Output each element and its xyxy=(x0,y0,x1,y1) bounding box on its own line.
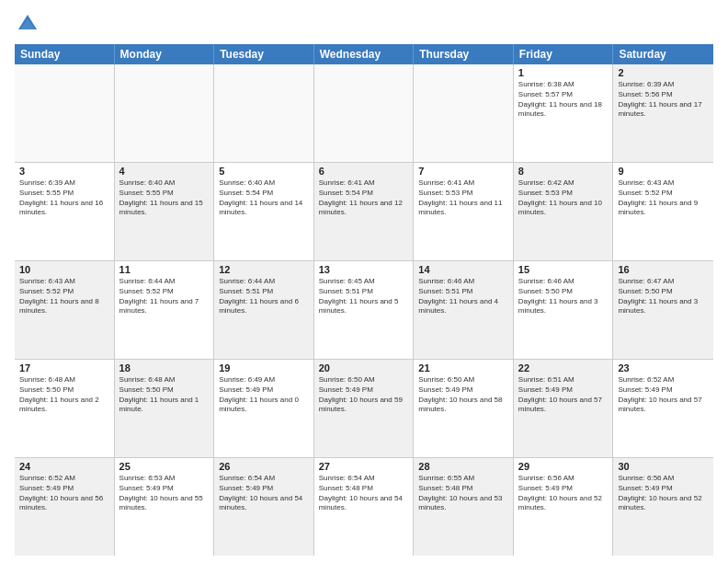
day-info: Sunrise: 6:46 AM Sunset: 5:51 PM Dayligh… xyxy=(418,277,508,316)
day-info: Sunrise: 6:41 AM Sunset: 5:53 PM Dayligh… xyxy=(418,178,508,218)
day-number: 9 xyxy=(618,166,709,177)
calendar-cell: 1Sunrise: 6:38 AM Sunset: 5:57 PM Daylig… xyxy=(514,64,614,162)
day-info: Sunrise: 6:48 AM Sunset: 5:50 PM Dayligh… xyxy=(119,375,210,415)
day-info: Sunrise: 6:47 AM Sunset: 5:50 PM Dayligh… xyxy=(618,277,709,316)
day-info: Sunrise: 6:39 AM Sunset: 5:56 PM Dayligh… xyxy=(618,80,709,120)
calendar-header-cell: Monday xyxy=(115,44,215,64)
calendar-cell: 23Sunrise: 6:52 AM Sunset: 5:49 PM Dayli… xyxy=(613,360,713,457)
day-number: 28 xyxy=(418,461,508,472)
calendar-cell: 8Sunrise: 6:42 AM Sunset: 5:53 PM Daylig… xyxy=(514,163,614,260)
calendar-cell: 16Sunrise: 6:47 AM Sunset: 5:50 PM Dayli… xyxy=(613,261,713,359)
day-number: 13 xyxy=(319,264,409,275)
day-number: 30 xyxy=(618,461,709,472)
calendar-cell: 2Sunrise: 6:39 AM Sunset: 5:56 PM Daylig… xyxy=(613,64,713,162)
day-number: 20 xyxy=(319,362,409,373)
day-number: 15 xyxy=(518,264,609,275)
day-number: 3 xyxy=(19,166,109,177)
day-info: Sunrise: 6:44 AM Sunset: 5:52 PM Dayligh… xyxy=(119,277,210,316)
day-info: Sunrise: 6:43 AM Sunset: 5:52 PM Dayligh… xyxy=(618,178,709,218)
day-info: Sunrise: 6:38 AM Sunset: 5:57 PM Dayligh… xyxy=(518,80,609,120)
day-info: Sunrise: 6:51 AM Sunset: 5:49 PM Dayligh… xyxy=(518,375,609,415)
calendar-cell: 9Sunrise: 6:43 AM Sunset: 5:52 PM Daylig… xyxy=(613,163,713,260)
calendar-cell: 14Sunrise: 6:46 AM Sunset: 5:51 PM Dayli… xyxy=(414,261,514,359)
calendar-cell: 30Sunrise: 6:56 AM Sunset: 5:49 PM Dayli… xyxy=(613,458,713,556)
day-number: 16 xyxy=(618,264,709,275)
day-number: 24 xyxy=(19,461,109,472)
day-number: 6 xyxy=(319,166,409,177)
day-info: Sunrise: 6:45 AM Sunset: 5:51 PM Dayligh… xyxy=(319,277,409,316)
calendar-cell xyxy=(115,64,215,162)
day-info: Sunrise: 6:53 AM Sunset: 5:49 PM Dayligh… xyxy=(119,474,210,513)
day-info: Sunrise: 6:40 AM Sunset: 5:54 PM Dayligh… xyxy=(219,178,309,218)
calendar-row: 3Sunrise: 6:39 AM Sunset: 5:55 PM Daylig… xyxy=(15,163,713,261)
day-info: Sunrise: 6:54 AM Sunset: 5:49 PM Dayligh… xyxy=(219,474,309,513)
calendar-cell: 27Sunrise: 6:54 AM Sunset: 5:48 PM Dayli… xyxy=(314,458,415,556)
day-info: Sunrise: 6:49 AM Sunset: 5:49 PM Dayligh… xyxy=(219,375,309,415)
day-number: 10 xyxy=(19,264,109,275)
day-info: Sunrise: 6:55 AM Sunset: 5:48 PM Dayligh… xyxy=(418,474,508,513)
calendar-cell xyxy=(314,64,415,162)
day-number: 14 xyxy=(418,264,508,275)
day-number: 2 xyxy=(618,67,709,78)
calendar-cell: 10Sunrise: 6:43 AM Sunset: 5:52 PM Dayli… xyxy=(15,261,115,359)
day-info: Sunrise: 6:48 AM Sunset: 5:50 PM Dayligh… xyxy=(19,375,109,415)
calendar-cell: 5Sunrise: 6:40 AM Sunset: 5:54 PM Daylig… xyxy=(214,163,314,260)
calendar-cell: 28Sunrise: 6:55 AM Sunset: 5:48 PM Dayli… xyxy=(414,458,514,556)
day-info: Sunrise: 6:52 AM Sunset: 5:49 PM Dayligh… xyxy=(19,474,109,513)
day-info: Sunrise: 6:42 AM Sunset: 5:53 PM Dayligh… xyxy=(518,178,609,218)
calendar-row: 24Sunrise: 6:52 AM Sunset: 5:49 PM Dayli… xyxy=(15,458,713,556)
day-info: Sunrise: 6:52 AM Sunset: 5:49 PM Dayligh… xyxy=(618,375,709,415)
calendar-cell: 24Sunrise: 6:52 AM Sunset: 5:49 PM Dayli… xyxy=(15,458,115,556)
day-info: Sunrise: 6:50 AM Sunset: 5:49 PM Dayligh… xyxy=(319,375,409,415)
day-number: 5 xyxy=(219,166,309,177)
day-info: Sunrise: 6:41 AM Sunset: 5:54 PM Dayligh… xyxy=(319,178,409,218)
calendar-cell: 7Sunrise: 6:41 AM Sunset: 5:53 PM Daylig… xyxy=(414,163,514,260)
calendar-header-cell: Wednesday xyxy=(314,44,415,64)
calendar-cell: 6Sunrise: 6:41 AM Sunset: 5:54 PM Daylig… xyxy=(314,163,415,260)
day-info: Sunrise: 6:46 AM Sunset: 5:50 PM Dayligh… xyxy=(518,277,609,316)
day-info: Sunrise: 6:50 AM Sunset: 5:49 PM Dayligh… xyxy=(418,375,508,415)
calendar-cell xyxy=(15,64,115,162)
page: SundayMondayTuesdayWednesdayThursdayFrid… xyxy=(0,0,728,563)
calendar-header-cell: Tuesday xyxy=(214,44,314,64)
calendar-header-cell: Saturday xyxy=(613,44,713,64)
day-info: Sunrise: 6:40 AM Sunset: 5:55 PM Dayligh… xyxy=(119,178,210,218)
day-info: Sunrise: 6:56 AM Sunset: 5:49 PM Dayligh… xyxy=(518,474,609,513)
day-number: 25 xyxy=(119,461,210,472)
logo-icon xyxy=(15,11,40,37)
calendar-cell: 29Sunrise: 6:56 AM Sunset: 5:49 PM Dayli… xyxy=(514,458,614,556)
day-number: 22 xyxy=(518,362,609,373)
calendar-cell: 13Sunrise: 6:45 AM Sunset: 5:51 PM Dayli… xyxy=(314,261,415,359)
logo xyxy=(15,11,44,37)
header xyxy=(15,11,713,37)
day-number: 7 xyxy=(418,166,508,177)
calendar-cell: 3Sunrise: 6:39 AM Sunset: 5:55 PM Daylig… xyxy=(15,163,115,260)
calendar: SundayMondayTuesdayWednesdayThursdayFrid… xyxy=(15,44,713,556)
day-number: 17 xyxy=(19,362,109,373)
day-number: 4 xyxy=(119,166,210,177)
calendar-header-cell: Sunday xyxy=(15,44,115,64)
calendar-header-cell: Thursday xyxy=(414,44,514,64)
day-number: 1 xyxy=(518,67,609,78)
day-info: Sunrise: 6:54 AM Sunset: 5:48 PM Dayligh… xyxy=(319,474,409,513)
calendar-cell: 17Sunrise: 6:48 AM Sunset: 5:50 PM Dayli… xyxy=(15,360,115,457)
day-info: Sunrise: 6:39 AM Sunset: 5:55 PM Dayligh… xyxy=(19,178,109,218)
calendar-cell: 11Sunrise: 6:44 AM Sunset: 5:52 PM Dayli… xyxy=(115,261,215,359)
day-number: 29 xyxy=(518,461,609,472)
day-info: Sunrise: 6:43 AM Sunset: 5:52 PM Dayligh… xyxy=(19,277,109,316)
calendar-cell: 21Sunrise: 6:50 AM Sunset: 5:49 PM Dayli… xyxy=(414,360,514,457)
calendar-row: 1Sunrise: 6:38 AM Sunset: 5:57 PM Daylig… xyxy=(15,64,713,163)
calendar-header-cell: Friday xyxy=(514,44,614,64)
calendar-cell: 15Sunrise: 6:46 AM Sunset: 5:50 PM Dayli… xyxy=(514,261,614,359)
calendar-cell: 12Sunrise: 6:44 AM Sunset: 5:51 PM Dayli… xyxy=(214,261,314,359)
calendar-cell: 18Sunrise: 6:48 AM Sunset: 5:50 PM Dayli… xyxy=(115,360,215,457)
day-number: 21 xyxy=(418,362,508,373)
calendar-header-row: SundayMondayTuesdayWednesdayThursdayFrid… xyxy=(15,44,713,64)
day-info: Sunrise: 6:44 AM Sunset: 5:51 PM Dayligh… xyxy=(219,277,309,316)
day-number: 27 xyxy=(319,461,409,472)
calendar-cell: 20Sunrise: 6:50 AM Sunset: 5:49 PM Dayli… xyxy=(314,360,415,457)
calendar-cell: 4Sunrise: 6:40 AM Sunset: 5:55 PM Daylig… xyxy=(115,163,215,260)
calendar-cell: 25Sunrise: 6:53 AM Sunset: 5:49 PM Dayli… xyxy=(115,458,215,556)
calendar-row: 10Sunrise: 6:43 AM Sunset: 5:52 PM Dayli… xyxy=(15,261,713,360)
day-number: 19 xyxy=(219,362,309,373)
